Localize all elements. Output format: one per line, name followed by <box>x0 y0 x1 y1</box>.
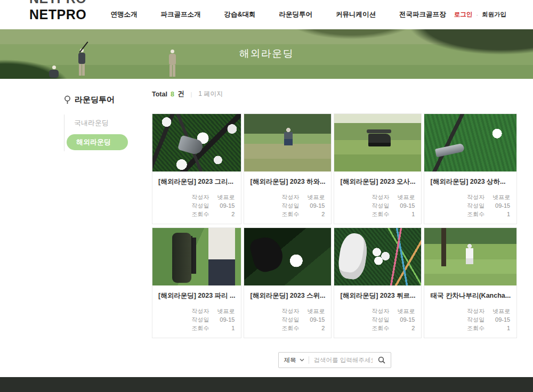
nav-item-5[interactable]: 전국파크골프장 <box>399 10 446 19</box>
meta-value-date: 09-15 <box>299 315 325 324</box>
post-thumbnail[interactable] <box>334 114 421 172</box>
meta-row-author: 작성자 넷프로 <box>251 307 325 315</box>
meta-label-views: 조회수 <box>372 324 389 332</box>
meta-value-author: 넷프로 <box>209 193 235 201</box>
post-title[interactable]: [해외라운딩] 2023 스위... <box>244 285 331 300</box>
meta-value-date: 09-15 <box>484 315 510 324</box>
meta-row-date: 작성일 09-15 <box>431 315 510 324</box>
meta-row-views: 조회수 2 <box>159 210 235 218</box>
meta-label-views: 조회수 <box>191 324 209 332</box>
nav-item-1[interactable]: 파크골프소개 <box>160 10 200 19</box>
sidebar: 라운딩투어 국내라운딩해외라운딩 <box>64 86 139 377</box>
sidebar-item-0[interactable]: 국내라운딩 <box>67 116 139 130</box>
meta-row-author: 작성자 넷프로 <box>159 307 235 315</box>
search-button[interactable] <box>376 356 391 364</box>
post-title[interactable]: [해외라운딩] 2023 파리 ... <box>152 285 241 300</box>
logo[interactable]: NETPRO <box>29 7 86 22</box>
content-area: 라운딩투어 국내라운딩해외라운딩 Total 8 건 | 1 페이지 [해외라운… <box>0 79 533 377</box>
chevron-down-icon <box>300 358 304 362</box>
post-title[interactable]: [해외라운딩] 2023 그리... <box>152 172 241 186</box>
meta-row-date: 작성일 09-15 <box>431 201 510 210</box>
meta-row-views: 조회수 2 <box>341 324 415 332</box>
pin-icon <box>64 95 71 104</box>
post-title[interactable]: [해외라운딩] 2023 하와... <box>244 172 331 186</box>
post-thumbnail[interactable] <box>244 228 331 285</box>
nav-item-2[interactable]: 강습&대회 <box>224 10 255 19</box>
post-card[interactable]: [해외라운딩] 2023 오사... 작성자 넷프로 작성일 09-15 조회수… <box>334 113 422 224</box>
sidebar-menu: 국내라운딩해외라운딩 <box>64 115 139 151</box>
post-title[interactable]: [해외라운딩] 2023 오사... <box>334 172 421 186</box>
main-nav: 연맹소개파크골프소개강습&대회라운딩투어커뮤니케이션전국파크골프장 <box>102 10 454 19</box>
meta-label-date: 작성일 <box>191 201 209 210</box>
post-thumbnail[interactable] <box>334 228 421 285</box>
meta-row-views: 조회수 1 <box>341 210 415 218</box>
total-label: Total <box>152 91 167 98</box>
login-link[interactable]: 로그인 <box>454 11 473 19</box>
nav-item-0[interactable]: 연맹소개 <box>110 10 137 19</box>
post-meta: 작성자 넷프로 작성일 09-15 조회수 1 <box>424 186 516 224</box>
meta-label-date: 작성일 <box>372 315 389 324</box>
meta-row-date: 작성일 09-15 <box>251 315 325 324</box>
meta-value-views: 1 <box>484 210 510 218</box>
hero-golfer-sitting-silhouette <box>48 66 60 78</box>
meta-label-date: 작성일 <box>191 315 209 324</box>
post-card[interactable]: [해외라운딩] 2023 하와... 작성자 넷프로 작성일 09-15 조회수… <box>244 113 332 224</box>
post-thumbnail[interactable] <box>152 114 241 172</box>
post-card[interactable]: [해외라운딩] 2023 상하... 작성자 넷프로 작성일 09-15 조회수… <box>424 113 517 224</box>
post-title[interactable]: 태국 칸차나부리(Kancha... <box>424 285 516 300</box>
post-meta: 작성자 넷프로 작성일 09-15 조회수 2 <box>334 300 421 338</box>
meta-label-author: 작성자 <box>467 193 484 201</box>
nav-item-3[interactable]: 라운딩투어 <box>279 10 312 19</box>
meta-label-views: 조회수 <box>281 210 299 218</box>
meta-row-date: 작성일 09-15 <box>251 201 325 210</box>
post-card[interactable]: [해외라운딩] 2023 파리 ... 작성자 넷프로 작성일 09-15 조회… <box>152 227 241 338</box>
post-title[interactable]: [해외라운딩] 2023 상하... <box>424 172 516 186</box>
meta-label-date: 작성일 <box>372 201 389 210</box>
meta-label-date: 작성일 <box>467 201 484 210</box>
post-card[interactable]: [해외라운딩] 2023 튀르... 작성자 넷프로 작성일 09-15 조회수… <box>334 227 422 338</box>
meta-value-author: 넷프로 <box>484 307 510 315</box>
meta-value-date: 09-15 <box>209 201 235 210</box>
meta-row-author: 작성자 넷프로 <box>159 193 235 201</box>
page-indicator: 1 페이지 <box>198 89 223 99</box>
meta-label-date: 작성일 <box>281 315 299 324</box>
search-category-select[interactable]: 제목 <box>279 356 309 364</box>
post-thumbnail[interactable] <box>424 114 516 172</box>
sidebar-item-1[interactable]: 해외라운딩 <box>67 134 128 150</box>
meta-label-date: 작성일 <box>281 201 299 210</box>
post-meta: 작성자 넷프로 작성일 09-15 조회수 1 <box>152 300 241 338</box>
meta-value-author: 넷프로 <box>389 307 415 315</box>
signup-link[interactable]: 회원가입 <box>482 11 506 19</box>
post-meta: 작성자 넷프로 작성일 09-15 조회수 2 <box>244 186 331 224</box>
sidebar-title-label: 라운딩투어 <box>75 95 115 105</box>
hero-banner: 해외라운딩 <box>0 29 533 79</box>
post-card[interactable]: [해외라운딩] 2023 스위... 작성자 넷프로 작성일 09-15 조회수… <box>244 227 332 338</box>
meta-row-date: 작성일 09-15 <box>159 315 235 324</box>
meta-label-author: 작성자 <box>191 193 209 201</box>
meta-label-author: 작성자 <box>372 307 389 315</box>
post-card[interactable]: 태국 칸차나부리(Kancha... 작성자 넷프로 작성일 09-15 조회수… <box>424 227 517 338</box>
meta-label-views: 조회수 <box>467 324 484 332</box>
search-input[interactable] <box>309 357 376 363</box>
post-title[interactable]: [해외라운딩] 2023 튀르... <box>334 285 421 300</box>
sidebar-title: 라운딩투어 <box>64 95 139 105</box>
post-thumbnail[interactable] <box>424 228 516 285</box>
meta-label-views: 조회수 <box>191 210 209 218</box>
meta-value-views: 1 <box>209 324 235 332</box>
meta-value-author: 넷프로 <box>484 193 510 201</box>
post-card[interactable]: [해외라운딩] 2023 그리... 작성자 넷프로 작성일 09-15 조회수… <box>152 113 241 224</box>
site-header: NETPRO NETPRO 연맹소개파크골프소개강습&대회라운딩투어커뮤니케이션… <box>0 0 533 29</box>
nav-item-4[interactable]: 커뮤니케이션 <box>336 10 376 19</box>
meta-row-date: 작성일 09-15 <box>159 201 235 210</box>
meta-value-author: 넷프로 <box>299 193 325 201</box>
meta-label-author: 작성자 <box>191 307 209 315</box>
total-row: Total 8 건 | 1 페이지 <box>152 86 517 99</box>
meta-row-author: 작성자 넷프로 <box>431 193 510 201</box>
meta-label-author: 작성자 <box>372 193 389 201</box>
meta-value-author: 넷프로 <box>389 193 415 201</box>
post-thumbnail[interactable] <box>244 114 331 172</box>
board-main: Total 8 건 | 1 페이지 [해외라운딩] 2023 그리... 작성자… <box>152 86 517 377</box>
meta-row-author: 작성자 넷프로 <box>251 193 325 201</box>
post-thumbnail[interactable] <box>152 228 241 285</box>
card-grid: [해외라운딩] 2023 그리... 작성자 넷프로 작성일 09-15 조회수… <box>152 113 517 338</box>
